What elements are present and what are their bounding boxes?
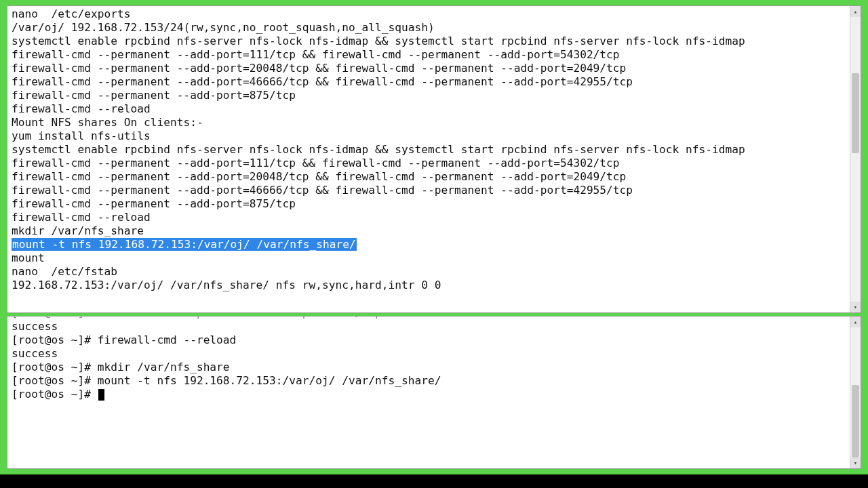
notes-scrollbar[interactable]: ▴ ▾ [850,6,861,312]
terminal-scrollbar[interactable]: ▴ ▾ [850,317,861,468]
notes-line-selected[interactable]: mount -t nfs 192.168.72.153:/var/oj/ /va… [12,238,847,251]
notes-line: mount [12,251,847,265]
terminal-scrollbar-thumb[interactable] [852,385,859,458]
notes-line: firewall-cmd --reload [12,102,847,116]
scroll-up-icon[interactable]: ▴ [850,317,861,327]
terminal-content[interactable]: [root@os ~]# firewall-cmd --permanent --… [7,317,850,468]
notes-line: firewall-cmd --permanent --add-port=2004… [12,62,847,75]
notes-line: firewall-cmd --reload [12,211,847,224]
terminal-prompt: [root@os ~]# [12,388,98,401]
notes-line: mkdir /var/nfs_share [12,224,847,238]
scroll-up-icon[interactable]: ▴ [850,6,861,17]
text-selection[interactable]: mount -t nfs 192.168.72.153:/var/oj/ /va… [12,238,357,251]
notes-editor-pane: nano /etc/exports/var/oj/ 192.168.72.153… [7,5,861,313]
notes-line: firewall-cmd --permanent --add-port=111/… [12,48,847,62]
notes-line: yum install nfs-utils [12,129,847,143]
scroll-down-icon[interactable]: ▾ [850,458,861,468]
notes-line: nano /etc/fstab [12,265,847,279]
desktop-background: nano /etc/exports/var/oj/ 192.168.72.153… [0,0,868,474]
notes-line: nano /etc/exports [12,7,847,21]
notes-line: 192.168.72.153:/var/oj/ /var/nfs_share/ … [12,279,847,292]
notes-line: /var/oj/ 192.168.72.153/24(rw,sync,no_ro… [12,21,847,35]
notes-line: firewall-cmd --permanent --add-port=4666… [12,184,847,197]
notes-scrollbar-thumb[interactable] [852,73,859,153]
notes-line: Mount NFS shares On clients:- [12,116,847,129]
notes-line: firewall-cmd --permanent --add-port=875/… [12,197,847,211]
notes-line: systemctl enable rpcbind nfs-server nfs-… [12,35,847,48]
notes-editor-content[interactable]: nano /etc/exports/var/oj/ 192.168.72.153… [7,6,850,312]
terminal-line: [root@os ~]# mkdir /var/nfs_share [12,361,847,374]
terminal-line: success [12,320,847,333]
notes-line: firewall-cmd --permanent --add-port=4666… [12,75,847,89]
terminal-cursor [98,389,104,401]
terminal-prompt-line[interactable]: [root@os ~]# [12,388,847,401]
notes-line: systemctl enable rpcbind nfs-server nfs-… [12,143,847,157]
terminal-pane: [root@os ~]# firewall-cmd --permanent --… [7,316,861,469]
terminal-line: [root@os ~]# firewall-cmd --reload [12,333,847,347]
letterbox-bar [0,474,868,488]
notes-line: firewall-cmd --permanent --add-port=875/… [12,89,847,102]
notes-line: firewall-cmd --permanent --add-port=111/… [12,157,847,170]
terminal-line: [root@os ~]# mount -t nfs 192.168.72.153… [12,374,847,388]
scroll-down-icon[interactable]: ▾ [850,302,861,312]
notes-line: firewall-cmd --permanent --add-port=2004… [12,170,847,184]
terminal-line: success [12,347,847,361]
